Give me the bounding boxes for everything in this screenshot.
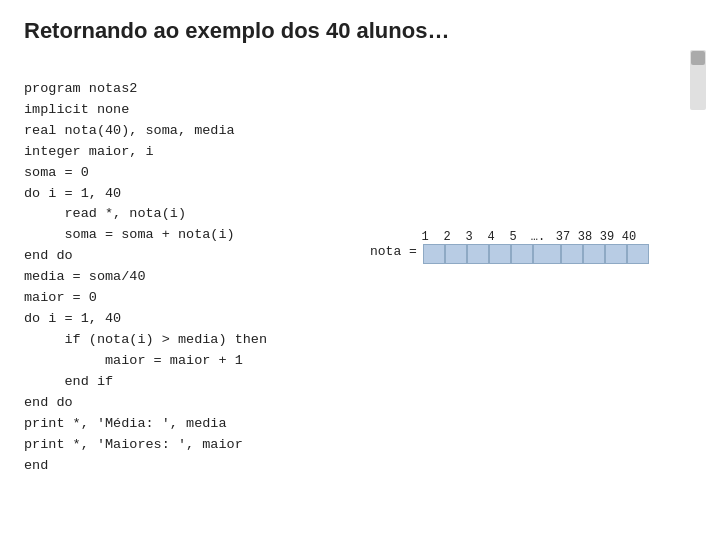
array-index-4: 4 bbox=[480, 230, 502, 244]
array-visual: 1 2 3 4 5 …. 37 38 39 40 nota = bbox=[370, 230, 649, 264]
array-cell-1 bbox=[423, 244, 445, 264]
code-line-8: soma = soma + nota(i) bbox=[24, 227, 235, 242]
array-cell-2 bbox=[445, 244, 467, 264]
array-cell-row: nota = bbox=[370, 244, 649, 264]
code-line-14: maior = maior + 1 bbox=[24, 353, 243, 368]
code-line-12: do i = 1, 40 bbox=[24, 311, 121, 326]
code-line-5: soma = 0 bbox=[24, 165, 89, 180]
array-cell-dots bbox=[533, 244, 561, 264]
code-line-19: end bbox=[24, 458, 48, 473]
code-line-18: print *, 'Maiores: ', maior bbox=[24, 437, 243, 452]
code-block: program notas2 implicit none real nota(4… bbox=[24, 58, 696, 497]
array-index-40: 40 bbox=[618, 230, 640, 244]
array-index-1: 1 bbox=[414, 230, 436, 244]
array-index-39: 39 bbox=[596, 230, 618, 244]
array-index-row: 1 2 3 4 5 …. 37 38 39 40 bbox=[370, 230, 649, 244]
array-cell-3 bbox=[467, 244, 489, 264]
array-index-3: 3 bbox=[458, 230, 480, 244]
code-line-7: read *, nota(i) bbox=[24, 206, 186, 221]
scrollbar[interactable] bbox=[690, 50, 706, 110]
code-line-4: integer maior, i bbox=[24, 144, 154, 159]
code-line-15: end if bbox=[24, 374, 113, 389]
array-index-2: 2 bbox=[436, 230, 458, 244]
code-line-11: maior = 0 bbox=[24, 290, 97, 305]
code-line-9: end do bbox=[24, 248, 73, 263]
array-cell-40 bbox=[627, 244, 649, 264]
code-line-2: implicit none bbox=[24, 102, 129, 117]
code-line-1: program notas2 bbox=[24, 81, 137, 96]
array-cell-5 bbox=[511, 244, 533, 264]
array-cell-4 bbox=[489, 244, 511, 264]
array-index-37: 37 bbox=[552, 230, 574, 244]
array-index-38: 38 bbox=[574, 230, 596, 244]
array-cell-38 bbox=[583, 244, 605, 264]
array-cell-39 bbox=[605, 244, 627, 264]
array-cell-37 bbox=[561, 244, 583, 264]
code-line-6: do i = 1, 40 bbox=[24, 186, 121, 201]
code-line-16: end do bbox=[24, 395, 73, 410]
scrollbar-thumb[interactable] bbox=[691, 51, 705, 65]
array-index-dots: …. bbox=[524, 230, 552, 244]
page: Retornando ao exemplo dos 40 alunos… pro… bbox=[0, 0, 720, 540]
array-index-5: 5 bbox=[502, 230, 524, 244]
code-line-13: if (nota(i) > media) then bbox=[24, 332, 267, 347]
code-line-3: real nota(40), soma, media bbox=[24, 123, 235, 138]
page-title: Retornando ao exemplo dos 40 alunos… bbox=[24, 18, 696, 44]
code-line-17: print *, 'Média: ', media bbox=[24, 416, 227, 431]
array-nota-label: nota = bbox=[370, 244, 417, 264]
code-line-10: media = soma/40 bbox=[24, 269, 146, 284]
